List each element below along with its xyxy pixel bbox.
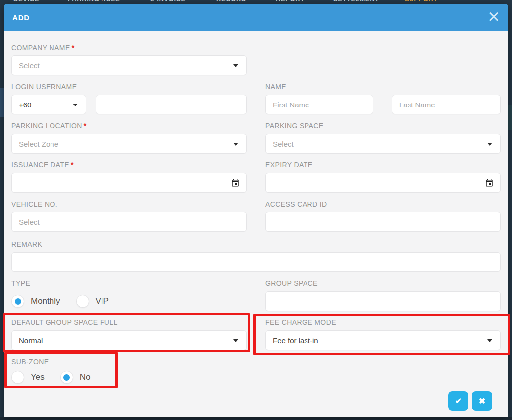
default-group-space-full-select[interactable]: Normal <box>11 330 247 350</box>
close-icon[interactable]: ✕ <box>487 6 500 29</box>
confirm-button[interactable]: ✔ <box>448 391 468 411</box>
parking-space-select[interactable]: Select <box>265 134 501 154</box>
field-name: NAME <box>265 83 501 114</box>
login-username-input[interactable] <box>96 95 247 114</box>
type-option-vip[interactable]: VIP <box>76 295 109 308</box>
fee-charge-mode-label: FEE CHARGE MODE <box>265 319 501 326</box>
issuance-date-label-text: ISSUANCE DATE <box>11 161 69 169</box>
background-fragment-bottom <box>0 417 512 420</box>
sub-zone-no-label: No <box>80 372 91 382</box>
chevron-down-icon <box>487 339 492 342</box>
field-group-space: GROUP SPACE <box>265 280 501 311</box>
chevron-down-icon <box>233 339 238 342</box>
type-vip-label: VIP <box>96 296 109 306</box>
radio-selected-icon[interactable] <box>60 371 73 384</box>
last-name-input[interactable] <box>392 95 501 114</box>
field-vehicle-no: VEHICLE NO. <box>11 201 247 232</box>
chevron-down-icon <box>233 64 238 67</box>
calendar-icon[interactable] <box>485 178 494 187</box>
background-fragment-right <box>508 105 512 130</box>
sub-zone-label: SUB-ZONE <box>11 358 247 366</box>
field-company-name: COMPANY NAME* Select <box>11 44 247 75</box>
type-option-monthly[interactable]: Monthly <box>11 295 60 308</box>
company-name-select[interactable]: Select <box>11 55 247 75</box>
modal-header: ADD ✕ <box>4 4 508 31</box>
name-label: NAME <box>265 83 501 91</box>
cancel-button[interactable]: ✖ <box>472 391 492 411</box>
parking-space-label: PARKING SPACE <box>265 122 501 130</box>
nav-item-e-invoice[interactable]: E-INVOICE <box>150 0 186 3</box>
field-sub-zone: SUB-ZONE Yes No <box>11 358 247 385</box>
required-asterisk: * <box>71 161 74 169</box>
top-nav: DEVICE PARKING RULE E-INVOICE RECORD REP… <box>0 0 512 3</box>
group-space-input[interactable] <box>265 291 501 311</box>
sub-zone-yes-label: Yes <box>31 372 45 382</box>
nav-item-record[interactable]: RECORD <box>216 0 246 3</box>
fee-charge-mode-value: Fee for last-in <box>273 336 318 345</box>
parking-location-label-text: PARKING LOCATION <box>11 122 82 130</box>
fee-charge-mode-select[interactable]: Fee for last-in <box>265 330 501 350</box>
company-name-placeholder: Select <box>19 61 40 70</box>
type-label: TYPE <box>11 280 247 287</box>
chevron-down-icon <box>73 104 78 106</box>
field-fee-charge-mode: FEE CHARGE MODE Fee for last-in <box>265 319 501 350</box>
modal-footer: ✔ ✖ <box>11 385 501 411</box>
vehicle-no-label: VEHICLE NO. <box>11 201 247 208</box>
field-default-group-space-full: DEFAULT GROUP SPACE FULL Normal <box>11 319 247 350</box>
first-name-input[interactable] <box>265 95 373 114</box>
remark-input[interactable] <box>11 252 501 272</box>
access-card-id-label: ACCESS CARD ID <box>265 201 501 208</box>
sub-zone-option-yes[interactable]: Yes <box>11 371 45 384</box>
country-code-value: +60 <box>19 101 31 109</box>
sub-zone-option-no[interactable]: No <box>60 371 91 384</box>
required-asterisk: * <box>72 44 75 52</box>
modal-title: ADD <box>12 13 30 22</box>
nav-item-support[interactable]: SUPPORT <box>405 0 438 3</box>
issuance-date-input[interactable] <box>11 173 247 193</box>
field-remark: REMARK <box>11 241 501 272</box>
calendar-icon[interactable] <box>231 178 240 187</box>
company-name-label: COMPANY NAME* <box>11 44 247 52</box>
field-issuance-date: ISSUANCE DATE* <box>11 161 247 193</box>
radio-unselected-icon[interactable] <box>11 371 24 384</box>
vehicle-no-select[interactable] <box>11 212 247 232</box>
add-modal: ADD ✕ COMPANY NAME* Select LOGIN USERNAM… <box>4 4 508 417</box>
modal-body: COMPANY NAME* Select LOGIN USERNAME +60 <box>4 31 508 411</box>
remark-label: REMARK <box>11 241 501 248</box>
field-expiry-date: EXPIRY DATE <box>265 161 501 193</box>
expiry-date-label: EXPIRY DATE <box>265 161 501 169</box>
parking-location-select[interactable]: Select Zone <box>11 134 247 154</box>
country-code-select[interactable]: +60 <box>11 95 86 114</box>
radio-unselected-icon[interactable] <box>76 295 89 308</box>
type-monthly-label: Monthly <box>31 296 60 306</box>
field-type: TYPE Monthly VIP <box>11 280 247 311</box>
parking-space-placeholder: Select <box>273 140 294 148</box>
radio-selected-icon[interactable] <box>11 295 24 308</box>
chevron-down-icon <box>233 143 238 146</box>
group-space-label: GROUP SPACE <box>265 280 501 287</box>
default-group-space-full-label: DEFAULT GROUP SPACE FULL <box>11 319 247 326</box>
field-parking-location: PARKING LOCATION* Select Zone <box>11 122 247 154</box>
required-asterisk: * <box>84 122 87 130</box>
access-card-id-input[interactable] <box>265 212 501 232</box>
login-username-label: LOGIN USERNAME <box>11 83 247 91</box>
nav-item-report[interactable]: REPORT <box>276 0 305 3</box>
expiry-date-input[interactable] <box>265 173 501 193</box>
parking-location-label: PARKING LOCATION* <box>11 122 247 130</box>
company-name-label-text: COMPANY NAME <box>11 44 70 52</box>
chevron-down-icon <box>487 143 492 146</box>
nav-item-settlement[interactable]: SETTLEMENT <box>333 0 379 3</box>
nav-item-parking-rule[interactable]: PARKING RULE <box>68 0 120 3</box>
issuance-date-label: ISSUANCE DATE* <box>11 161 247 169</box>
parking-location-placeholder: Select Zone <box>19 140 58 148</box>
default-group-space-full-value: Normal <box>19 336 43 345</box>
nav-item-device[interactable]: DEVICE <box>13 0 39 3</box>
field-login-username: LOGIN USERNAME +60 <box>11 83 247 114</box>
field-access-card-id: ACCESS CARD ID <box>265 201 501 232</box>
field-parking-space: PARKING SPACE Select <box>265 122 501 154</box>
